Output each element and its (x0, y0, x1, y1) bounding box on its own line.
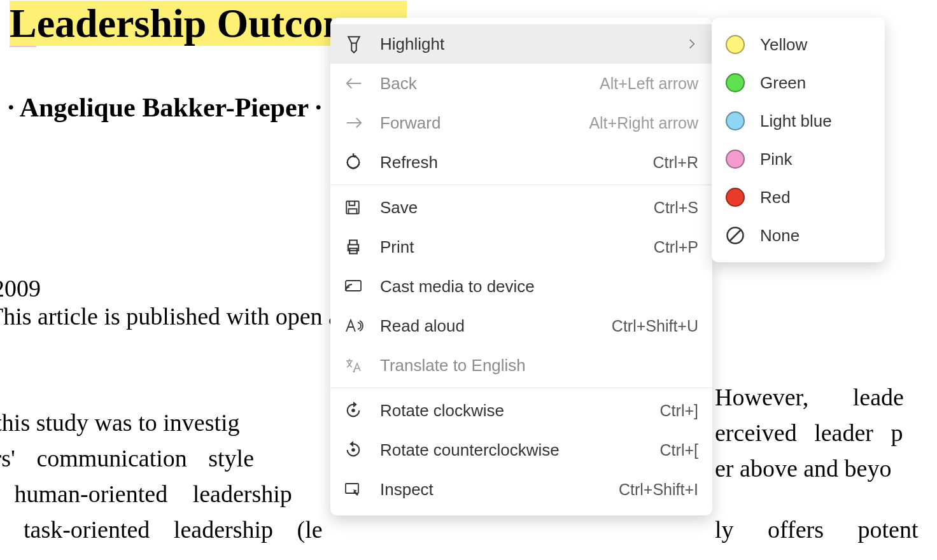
menu-separator (330, 388, 712, 388)
abstract-text-line: However, leade (715, 379, 904, 415)
abstract-text-line: se of this study was to investig (0, 405, 240, 440)
rotate-cw-icon (344, 402, 375, 419)
menu-label: Rotate counterclockwise (375, 440, 660, 460)
menu-label: Rotate clockwise (375, 401, 660, 421)
color-label: Green (760, 73, 806, 93)
color-swatch-icon (726, 188, 745, 207)
menu-cast[interactable]: Cast media to device (330, 267, 712, 306)
save-icon (344, 199, 375, 216)
highlighter-icon (344, 34, 375, 53)
menu-print[interactable]: Print Ctrl+P (330, 227, 712, 267)
abstract-text-line: ip, human-oriented leadership (0, 476, 292, 512)
abstract-text-line: erceived leader p (715, 415, 903, 451)
menu-label: Refresh (375, 153, 652, 172)
color-swatch-icon (726, 35, 745, 54)
open-access-partial: This article is published with open a (0, 302, 339, 330)
highlight-color-green[interactable]: Green (712, 64, 885, 102)
menu-read-aloud[interactable]: Read aloud Ctrl+Shift+U (330, 306, 712, 346)
none-icon (726, 226, 745, 245)
read-aloud-icon (344, 318, 375, 334)
menu-rotate-counterclockwise[interactable]: Rotate counterclockwise Ctrl+[ (330, 430, 712, 470)
svg-line-8 (729, 230, 741, 241)
menu-back: Back Alt+Left arrow (330, 64, 712, 103)
abstract-text-line: ly offers potent (715, 512, 918, 547)
menu-label: Read aloud (375, 316, 612, 336)
color-label: Yellow (760, 35, 807, 55)
abstract-text-line: eaders' communication style (0, 440, 254, 476)
menu-highlight[interactable]: Highlight (330, 24, 712, 64)
menu-shortcut: Ctrl+R (652, 153, 698, 172)
highlight-color-yellow[interactable]: Yellow (712, 25, 885, 64)
inspect-icon (344, 482, 375, 497)
color-swatch-icon (726, 73, 745, 92)
svg-point-4 (352, 409, 355, 412)
chevron-right-icon (686, 38, 698, 50)
menu-label: Forward (375, 113, 589, 133)
color-label: Red (760, 188, 791, 207)
arrow-left-icon (344, 76, 375, 91)
menu-shortcut: Ctrl+[ (660, 441, 698, 459)
highlight-color-submenu: Yellow Green Light blue Pink Red None (712, 18, 885, 262)
menu-translate: Translate to English (330, 346, 712, 385)
cast-icon (344, 279, 375, 294)
menu-inspect[interactable]: Inspect Ctrl+Shift+I (330, 470, 712, 509)
menu-label: Print (375, 237, 654, 257)
svg-point-5 (352, 449, 355, 451)
abstract-text-line: er above and beyo (715, 451, 892, 486)
arrow-right-icon (344, 115, 375, 130)
highlight-color-pink[interactable]: Pink (712, 140, 885, 178)
menu-label: Cast media to device (375, 277, 698, 297)
menu-shortcut: Ctrl+S (654, 199, 698, 217)
color-label: None (760, 226, 800, 246)
print-icon (344, 238, 375, 256)
abstract-text-line: , task-oriented leadership (le (0, 512, 323, 547)
menu-shortcut: Ctrl+P (654, 238, 698, 256)
color-swatch-icon (726, 150, 745, 169)
menu-label: Inspect (375, 480, 619, 500)
rotate-ccw-icon (344, 441, 375, 459)
publication-date-partial: ber 2009 (0, 274, 41, 302)
color-label: Light blue (760, 111, 832, 131)
menu-refresh[interactable]: Refresh Ctrl+R (330, 143, 712, 182)
menu-save[interactable]: Save Ctrl+S (330, 188, 712, 227)
translate-icon (344, 357, 375, 374)
author-line: · Angelique Bakker-Pieper · (8, 92, 322, 123)
highlight-color-none[interactable]: None (712, 216, 885, 255)
context-menu: Highlight Back Alt+Left arrow Forward Al… (330, 18, 712, 515)
menu-separator (330, 185, 712, 185)
menu-forward: Forward Alt+Right arrow (330, 103, 712, 143)
menu-rotate-clockwise[interactable]: Rotate clockwise Ctrl+] (330, 391, 712, 430)
menu-shortcut: Ctrl+Shift+I (619, 480, 698, 499)
menu-label: Translate to English (375, 356, 698, 375)
menu-shortcut: Ctrl+] (660, 402, 698, 420)
menu-label: Save (375, 198, 654, 218)
svg-rect-6 (346, 484, 358, 493)
highlight-color-lightblue[interactable]: Light blue (712, 102, 885, 140)
color-label: Pink (760, 150, 793, 169)
menu-shortcut: Ctrl+Shift+U (612, 317, 698, 335)
menu-shortcut: Alt+Right arrow (589, 114, 698, 132)
menu-shortcut: Alt+Left arrow (600, 74, 698, 93)
color-swatch-icon (726, 111, 745, 130)
menu-label: Back (375, 74, 600, 94)
refresh-icon (344, 153, 375, 171)
menu-label: Highlight (375, 34, 686, 54)
highlight-color-red[interactable]: Red (712, 178, 885, 216)
